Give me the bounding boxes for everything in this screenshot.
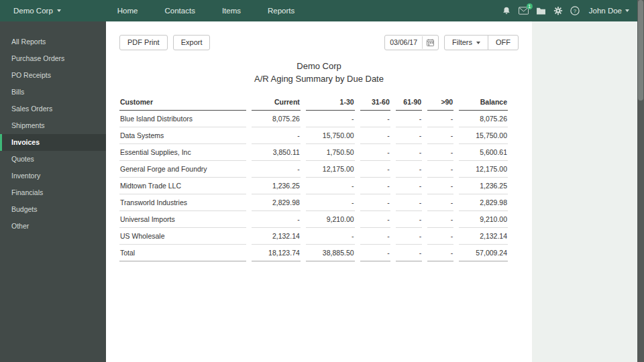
sidebar-item-purchase-orders[interactable]: Purchase Orders	[0, 50, 106, 67]
amount-cell: 12,175.00	[459, 161, 508, 178]
customer-cell: US Wholesale	[119, 228, 246, 245]
amount-cell: -	[360, 178, 390, 194]
column-header-90: >90	[427, 95, 453, 111]
column-header-31-60: 31-60	[360, 95, 390, 111]
export-button[interactable]: Export	[173, 35, 211, 50]
sidebar-item-financials[interactable]: Financials	[0, 184, 106, 201]
amount-cell: 1,236.25	[459, 178, 508, 194]
amount-cell: 2,132.14	[252, 228, 301, 245]
table-row: Essential Supplies, Inc3,850.111,750.50-…	[119, 144, 508, 161]
amount-cell: -	[427, 178, 453, 194]
amount-cell: -	[360, 194, 390, 211]
table-row: Data Systems-15,750.00---15,750.00	[119, 127, 508, 144]
column-header-balance: Balance	[459, 95, 508, 111]
amount-cell: -	[360, 111, 390, 127]
scrollbar-thumb[interactable]	[638, 0, 643, 101]
amount-cell: 57,009.24	[459, 245, 508, 261]
top-navbar: Demo Corp HomeContactsItemsReports 1	[0, 0, 637, 21]
filters-off-toggle[interactable]: OFF	[488, 35, 519, 50]
table-row: Midtown Trade LLC1,236.25----1,236.25	[119, 178, 508, 194]
customer-cell: Essential Supplies, Inc	[119, 144, 246, 161]
amount-cell: 5,600.61	[459, 144, 508, 161]
amount-cell: -	[427, 127, 453, 144]
filters-button[interactable]: Filters	[444, 35, 488, 50]
sidebar-item-bills[interactable]: Bills	[0, 84, 106, 101]
amount-cell: -	[396, 111, 422, 127]
amount-cell: 1,750.50	[306, 144, 355, 161]
amount-cell: 15,750.00	[459, 127, 508, 144]
svg-text:?: ?	[574, 8, 577, 14]
table-row: Transworld Industries2,829.98----2,829.9…	[119, 194, 508, 211]
navbar-right: 1	[502, 6, 637, 15]
amount-cell: -	[360, 211, 390, 228]
bell-icon[interactable]	[502, 6, 511, 15]
amount-cell: -	[396, 178, 422, 194]
amount-cell: -	[306, 178, 355, 194]
report-table-body: Blue Island Distributors8,075.26----8,07…	[119, 111, 508, 261]
amount-cell: -	[360, 245, 390, 261]
sidebar-item-other[interactable]: Other	[0, 218, 106, 235]
folder-icon[interactable]	[536, 7, 546, 15]
gear-icon[interactable]	[553, 6, 563, 15]
mail-icon[interactable]: 1	[519, 7, 529, 15]
total-label-cell: Total	[119, 245, 246, 261]
filters-group: Filters OFF	[444, 35, 519, 50]
amount-cell: -	[360, 144, 390, 161]
amount-cell: -	[396, 127, 422, 144]
amount-cell: -	[396, 161, 422, 178]
date-picker[interactable]: 03/06/17	[384, 35, 439, 50]
amount-cell: -	[396, 245, 422, 261]
report-table-head-row: CustomerCurrent1-3031-6061-90>90Balance	[119, 95, 508, 111]
amount-cell: 18,123.74	[252, 245, 301, 261]
sidebar-item-invoices[interactable]: Invoices	[0, 134, 106, 151]
calendar-icon[interactable]	[422, 36, 438, 49]
help-icon[interactable]: ?	[570, 6, 580, 15]
company-dropdown[interactable]: Demo Corp	[0, 0, 70, 21]
amount-cell: -	[306, 194, 355, 211]
amount-cell: -	[360, 161, 390, 178]
amount-cell: -	[360, 127, 390, 144]
report-company-name: Demo Corp	[119, 61, 519, 71]
pdf-print-button[interactable]: PDF Print	[119, 35, 168, 50]
amount-cell: 15,750.00	[306, 127, 355, 144]
sidebar-item-sales-orders[interactable]: Sales Orders	[0, 101, 106, 117]
amount-cell: 8,075.26	[459, 111, 508, 127]
sidebar-item-all-reports[interactable]: All Reports	[0, 34, 106, 50]
column-header-customer: Customer	[119, 95, 246, 111]
sidebar-item-budgets[interactable]: Budgets	[0, 201, 106, 218]
sidebar: All ReportsPurchase OrdersPO ReceiptsBil…	[0, 21, 106, 362]
amount-cell: 1,236.25	[252, 178, 301, 194]
amount-cell: -	[396, 144, 422, 161]
main-nav: HomeContactsItemsReports	[104, 0, 308, 21]
amount-cell: -	[427, 144, 453, 161]
table-row: Blue Island Distributors8,075.26----8,07…	[119, 111, 508, 127]
total-row: Total18,123.7438,885.50---57,009.24	[119, 245, 508, 261]
sidebar-item-po-receipts[interactable]: PO Receipts	[0, 67, 106, 84]
amount-cell: -	[396, 228, 422, 245]
mail-badge: 1	[527, 3, 533, 9]
column-header-current: Current	[252, 95, 301, 111]
sidebar-item-shipments[interactable]: Shipments	[0, 117, 106, 134]
amount-cell: -	[396, 211, 422, 228]
sidebar-item-inventory[interactable]: Inventory	[0, 168, 106, 184]
user-menu[interactable]: John Doe	[589, 7, 629, 15]
table-row: General Forge and Foundry-12,175.00---12…	[119, 161, 508, 178]
report-toolbar: PDF Print Export 03/06/17	[119, 35, 519, 50]
sidebar-item-quotes[interactable]: Quotes	[0, 151, 106, 168]
amount-cell: -	[427, 211, 453, 228]
amount-cell: -	[306, 111, 355, 127]
nav-item-home[interactable]: Home	[104, 0, 152, 21]
amount-cell: 8,075.26	[252, 111, 301, 127]
nav-item-items[interactable]: Items	[209, 0, 254, 21]
customer-cell: Universal Imports	[119, 211, 246, 228]
amount-cell: -	[427, 228, 453, 245]
nav-item-reports[interactable]: Reports	[254, 0, 308, 21]
nav-item-contacts[interactable]: Contacts	[152, 0, 209, 21]
page-scrollbar[interactable]	[637, 0, 644, 362]
amount-cell: 3,850.11	[252, 144, 301, 161]
chevron-down-icon	[476, 42, 480, 44]
table-row: Universal Imports-9,210.00---9,210.00	[119, 211, 508, 228]
amount-cell: 9,210.00	[459, 211, 508, 228]
company-name: Demo Corp	[13, 7, 53, 15]
chevron-down-icon	[57, 9, 61, 12]
